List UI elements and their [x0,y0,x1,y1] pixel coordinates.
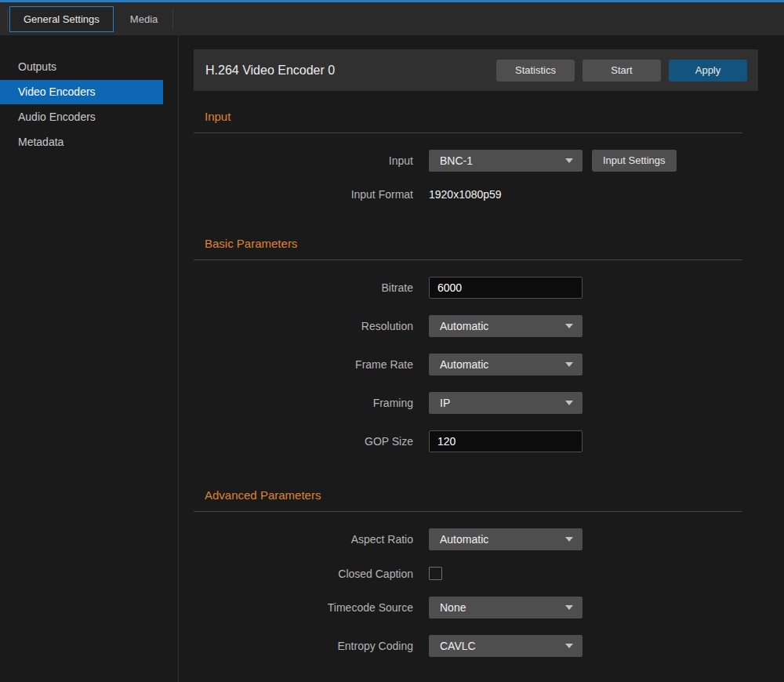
chevron-down-icon [565,362,573,367]
entropy-coding-select[interactable]: CAVLC [429,635,583,657]
row-gop-size: GOP Size [194,430,784,452]
row-bitrate: Bitrate [194,277,784,299]
row-input-format: Input Format 1920x1080p59 [194,188,784,201]
row-closed-caption: Closed Caption [194,567,784,580]
frame-rate-label: Frame Rate [194,358,413,371]
frame-rate-select[interactable]: Automatic [429,354,583,375]
encoder-header-bar: H.264 Video Encoder 0 Statistics Start A… [194,49,758,91]
section-divider [194,132,742,133]
chevron-down-icon [565,401,573,405]
page-layout: Outputs Video Encoders Audio Encoders Me… [0,35,784,682]
resolution-select-value: Automatic [440,320,565,332]
aspect-ratio-label: Aspect Ratio [194,533,413,546]
chevron-down-icon [565,537,573,542]
row-timecode-source: Timecode Source None [194,597,784,619]
tab-separator [7,9,8,30]
aspect-ratio-select[interactable]: Automatic [429,528,583,550]
aspect-ratio-select-value: Automatic [440,533,565,546]
input-settings-button[interactable]: Input Settings [592,150,677,172]
tab-media[interactable]: Media [117,7,171,31]
input-select[interactable]: BNC-1 [429,150,583,172]
row-frame-rate: Frame Rate Automatic [194,354,784,375]
bitrate-input[interactable] [429,277,583,299]
tab-bar: General Settings Media [0,2,784,35]
gop-size-input[interactable] [429,430,583,452]
section-advanced-parameters: Advanced Parameters Aspect Ratio Automat… [194,488,784,657]
entropy-coding-label: Entropy Coding [194,640,413,652]
sidebar-item-video-encoders[interactable]: Video Encoders [0,80,163,104]
row-entropy-coding: Entropy Coding CAVLC [194,635,784,657]
tab-separator [172,9,173,30]
section-basic-parameters: Basic Parameters Bitrate Resolution Auto… [194,237,784,452]
closed-caption-checkbox[interactable] [429,567,442,580]
framing-label: Framing [194,397,413,409]
start-button[interactable]: Start [583,60,661,82]
row-resolution: Resolution Automatic [194,315,784,337]
sidebar-item-outputs[interactable]: Outputs [0,55,178,79]
section-divider [194,259,742,260]
chevron-down-icon [565,158,573,163]
framing-select-value: IP [440,397,565,409]
bitrate-label: Bitrate [194,281,413,294]
sidebar: Outputs Video Encoders Audio Encoders Me… [0,35,179,682]
input-label: Input [194,154,413,167]
apply-button[interactable]: Apply [669,60,747,82]
main-panel: H.264 Video Encoder 0 Statistics Start A… [179,35,784,682]
sidebar-item-audio-encoders[interactable]: Audio Encoders [0,105,178,129]
input-select-value: BNC-1 [440,154,565,167]
row-aspect-ratio: Aspect Ratio Automatic [194,528,784,550]
resolution-select[interactable]: Automatic [429,315,583,337]
tab-general-settings[interactable]: General Settings [9,6,114,32]
timecode-source-label: Timecode Source [194,601,413,614]
chevron-down-icon [565,644,573,648]
section-heading-basic-parameters: Basic Parameters [205,237,784,250]
statistics-button[interactable]: Statistics [496,60,575,82]
row-framing: Framing IP [194,392,784,414]
chevron-down-icon [565,605,573,610]
section-heading-advanced-parameters: Advanced Parameters [205,488,784,502]
row-input: Input BNC-1 Input Settings [194,150,784,172]
resolution-label: Resolution [194,320,413,332]
input-format-label: Input Format [194,188,413,201]
entropy-coding-select-value: CAVLC [440,640,565,652]
gop-size-label: GOP Size [194,435,413,448]
timecode-source-select[interactable]: None [429,597,583,619]
page-title: H.264 Video Encoder 0 [205,63,488,78]
frame-rate-select-value: Automatic [440,358,565,371]
closed-caption-label: Closed Caption [194,568,413,580]
section-heading-input: Input [205,110,784,123]
chevron-down-icon [565,324,573,328]
section-input: Input Input BNC-1 Input Settings Input F… [194,110,784,201]
section-divider [194,511,742,512]
framing-select[interactable]: IP [429,392,583,414]
input-format-value: 1920x1080p59 [429,188,502,201]
timecode-source-select-value: None [440,601,565,614]
sidebar-item-metadata[interactable]: Metadata [0,130,178,154]
